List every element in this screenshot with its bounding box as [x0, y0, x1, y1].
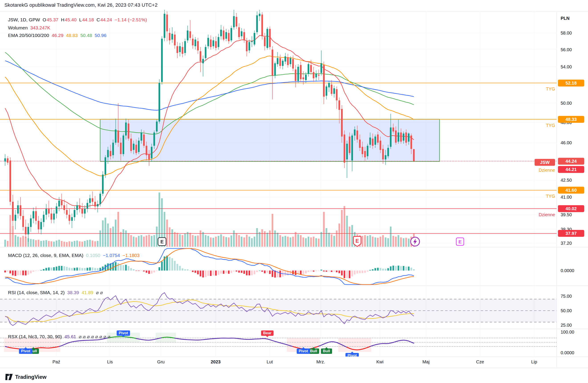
pivot-badge[interactable]: Pivot [345, 353, 359, 357]
symbol-title: JSW, 1D, GPW [8, 17, 40, 22]
indicator-axis-label: 0.0000 [561, 350, 574, 355]
price-badge-44.24: 44.24 [558, 158, 584, 165]
pane-separator-timeaxis [0, 357, 588, 357]
price-badge-37.97: 37.97 [558, 230, 584, 237]
price-tick-58.00: 58.00 [561, 30, 572, 36]
rsi-ma-value: 41.89 [82, 290, 93, 295]
tradingview-logo[interactable]: TradingView [5, 374, 46, 380]
price-axis-currency[interactable]: PLN [561, 16, 569, 21]
ohlc-l-label: L [79, 17, 82, 22]
ohlc-o-label: O [42, 17, 46, 22]
time-label-Cze: Cze [476, 360, 484, 364]
ohlc-h-value: 45.40 [65, 17, 77, 22]
price-badge-41.60: 41.60 [558, 187, 584, 194]
rsi-legend[interactable]: RSI (14, close, SMA, 14, 2) 38.39 41.89 … [8, 290, 104, 295]
volume-legend[interactable]: Wolumen 343.247K [8, 25, 52, 30]
tradingview-logo-text: TradingView [15, 374, 46, 380]
price-tick-41.00: 41.00 [561, 195, 572, 200]
bear-badge[interactable]: Bear [261, 330, 273, 336]
ohlc-l-value: 44.18 [82, 17, 94, 22]
indicator-axis-label: 100.00 [561, 330, 574, 335]
volume-value: 343.247K [30, 25, 50, 30]
pivot-badge[interactable]: Pivot [117, 330, 130, 336]
change-value: −1.14 (−2.51%) [115, 17, 147, 22]
tradingview-chart-screenshot: SkotarekG opublikował TradingView.com, K… [0, 0, 588, 383]
symbol-legend[interactable]: JSW, 1D, GPW O45.37 H45.40 L44.18 C44.24… [8, 17, 148, 23]
time-label-Maj: Maj [422, 360, 430, 364]
time-label-2023: 2023 [211, 360, 221, 364]
rsi-empty-values: ⌀ ⌀ [96, 290, 103, 295]
price-axis-border [557, 11, 557, 368]
ema200-value: 50.96 [95, 33, 106, 38]
rsx-legend[interactable]: RSX (14, hlc3, 70, 30, 90) 45.61 ⌀ ⌀ ⌀ ⌀… [8, 334, 112, 339]
line-label-dzienne: Dzienne [539, 168, 555, 173]
rsx-badge-layer: BullBullBullPivotPivotPivotBearPivot [0, 329, 557, 357]
rsx-label: RSX (14, hlc3, 70, 30, 90) [8, 334, 62, 339]
ema-200-line [5, 61, 414, 111]
time-label-Lis: Lis [107, 360, 113, 364]
time-label-Lip: Lip [531, 360, 537, 364]
price-tick-42.50: 42.50 [561, 178, 572, 182]
time-label-Lut: Lut [267, 360, 273, 364]
macd-hist-value: 0.1050 [86, 253, 100, 258]
pivot-badge[interactable]: Pivot [19, 348, 33, 354]
jsw-price-tag: JSW [535, 159, 555, 166]
pane-separator-macd[interactable] [0, 247, 588, 248]
macd-signal-value: −1.1803 [123, 253, 140, 258]
price-tick-50.00: 50.00 [561, 101, 572, 106]
earnings-report-icon[interactable]: E [352, 236, 362, 248]
rsi-value: 38.39 [67, 290, 79, 295]
macd-histogram [4, 256, 415, 278]
earnings-icon[interactable]: E [157, 237, 167, 248]
line-label-tyg: TYG [546, 194, 555, 199]
macd-label: MACD (12, 26, close, 9, EMA, EMA) [8, 253, 83, 258]
ohlc-h-label: H [61, 17, 64, 22]
indicator-axis-label: 75.00 [561, 294, 572, 299]
rsx-value: 45.61 [64, 334, 76, 339]
chart-border-bottom [0, 368, 588, 368]
price-badge-52.18: 52.18 [558, 80, 584, 86]
upcoming-earnings-icon[interactable]: E [455, 237, 465, 247]
bull-badge[interactable]: Bull [321, 348, 332, 354]
price-badge-44.21: 44.21 [558, 166, 584, 173]
time-label-Paź: Paź [53, 360, 60, 364]
idea-lightning-icon[interactable] [410, 236, 420, 248]
ema-legend[interactable]: EMA 20/50/100/200 46.29 48.83 50.48 50.9… [8, 33, 108, 38]
time-label-Gru: Gru [157, 360, 165, 364]
pivot-badge[interactable]: Pivot [297, 348, 310, 354]
line-label-tyg: TYG [546, 123, 555, 128]
macd-line-value: −1.0754 [103, 253, 120, 258]
price-tick-54.00: 54.00 [561, 64, 572, 69]
chart-canvas[interactable] [0, 0, 588, 383]
price-badge-48.33: 48.33 [558, 116, 584, 123]
ema20-value: 46.29 [52, 33, 63, 38]
price-tick-39.50: 39.50 [561, 212, 572, 217]
price-tick-37.20: 37.20 [561, 241, 572, 246]
volume-label: Wolumen [8, 25, 28, 30]
price-tick-46.00: 46.00 [561, 140, 572, 145]
ohlc-c-value: 44.24 [100, 17, 112, 22]
indicator-axis-label: 0.0000 [561, 268, 574, 273]
svg-text:E: E [160, 239, 164, 245]
ema-label: EMA 20/50/100/200 [8, 33, 49, 38]
pane-border-top [0, 11, 588, 11]
price-tick-56.00: 56.00 [561, 47, 572, 52]
ohlc-o-value: 45.37 [47, 17, 59, 22]
ohlc-c-label: C [97, 17, 100, 22]
line-label-tyg: TYG [546, 86, 555, 91]
svg-text:E: E [459, 239, 462, 244]
ema50-value: 48.83 [66, 33, 78, 38]
rsx-empty-values: ⌀ ⌀ ⌀ ⌀ ⌀ ⌀ ⌀ ⌀ [79, 334, 110, 339]
line-label-dzienne: Dzienne [539, 212, 555, 217]
macd-legend[interactable]: MACD (12, 26, close, 9, EMA, EMA) 0.1050… [8, 253, 141, 258]
time-label-Kwi: Kwi [376, 360, 383, 364]
rsi-label: RSI (14, close, SMA, 14, 2) [8, 290, 64, 295]
indicator-axis-label: 25.00 [561, 323, 572, 328]
tradingview-logo-icon [5, 374, 13, 380]
price-badge-40.02: 40.02 [558, 205, 584, 212]
ema100-value: 50.48 [80, 33, 92, 38]
svg-text:E: E [356, 238, 359, 244]
indicator-axis-label: 50.00 [561, 308, 572, 313]
time-label-Mrz.: Mrz. [316, 360, 325, 364]
